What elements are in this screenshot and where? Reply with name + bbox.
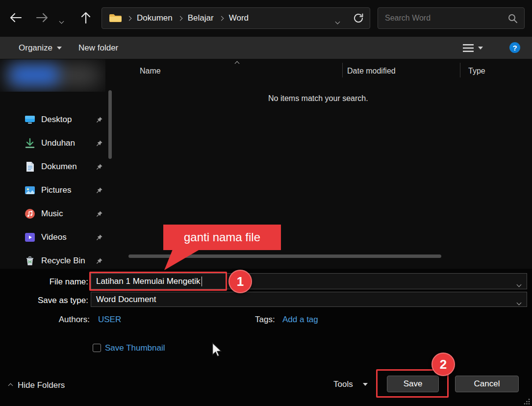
search-box <box>378 7 525 29</box>
breadcrumb-segment-word[interactable]: Word <box>227 13 251 23</box>
column-header-type[interactable]: Type <box>468 67 485 76</box>
arrow-left-icon <box>9 12 23 24</box>
file-name-label: File name: <box>28 277 88 287</box>
authors-label: Authors: <box>28 315 90 325</box>
empty-folder-message: No items match your search. <box>268 94 368 103</box>
sidebar-item-pictures[interactable]: Pictures <box>25 178 103 202</box>
download-icon <box>25 138 35 149</box>
organize-button[interactable]: Organize <box>19 37 62 59</box>
sidebar-item-dokumen[interactable]: Dokumen <box>25 155 103 178</box>
breadcrumb-separator-icon <box>219 16 224 21</box>
file-name-dropdown-button[interactable] <box>517 279 521 289</box>
help-icon: ? <box>512 44 517 52</box>
sidebar-item-label: Music <box>41 209 96 219</box>
sidebar-item-desktop[interactable]: Desktop <box>25 108 103 131</box>
hide-folders-label: Hide Folders <box>18 381 65 390</box>
save-type-dropdown-button[interactable] <box>517 297 521 307</box>
tags-label: Tags: <box>255 315 275 325</box>
save-thumbnail-label[interactable]: Save Thumbnail <box>105 343 165 353</box>
save-type-label: Save as type: <box>10 296 88 305</box>
breadcrumb-segment-belajar[interactable]: Belajar <box>186 13 216 23</box>
caret-down-icon <box>57 47 62 50</box>
help-button[interactable]: ? <box>509 42 520 53</box>
navigation-bar: Dokumen Belajar Word <box>0 0 532 37</box>
tools-button[interactable]: Tools <box>333 380 368 389</box>
music-icon <box>25 208 35 219</box>
search-icon <box>508 14 524 23</box>
caret-down-icon <box>478 47 483 50</box>
sidebar-item-unduhan[interactable]: Unduhan <box>25 131 103 155</box>
pin-icon <box>96 187 103 194</box>
new-folder-label: New folder <box>78 43 118 53</box>
pin-icon <box>96 257 103 265</box>
cancel-button[interactable]: Cancel <box>455 376 519 392</box>
breadcrumb-segment-dokumen[interactable]: Dokumen <box>135 13 175 23</box>
callout-pointer <box>159 250 203 272</box>
change-view-button[interactable] <box>463 37 483 59</box>
refresh-button[interactable] <box>353 13 364 26</box>
sidebar-item-label: Unduhan <box>41 138 96 148</box>
sidebar-item-label: Pictures <box>41 185 96 195</box>
chevron-down-icon <box>335 20 340 25</box>
caret-down-icon <box>363 383 368 386</box>
arrow-right-icon <box>35 12 49 24</box>
step-1-badge: 1 <box>228 270 252 293</box>
column-divider[interactable] <box>460 63 460 77</box>
tools-label: Tools <box>333 380 353 389</box>
breadcrumb-separator-icon <box>177 16 182 21</box>
file-name-highlight-box <box>89 272 227 291</box>
arrow-up-icon <box>80 11 92 25</box>
mouse-cursor <box>211 342 223 358</box>
pictures-icon <box>25 185 35 196</box>
details-view-icon <box>463 44 474 52</box>
authors-value[interactable]: USER <box>98 315 121 325</box>
videos-icon <box>25 232 35 243</box>
recent-locations-button[interactable] <box>60 16 63 25</box>
step-2-badge: 2 <box>431 353 455 376</box>
address-bar[interactable]: Dokumen Belajar Word <box>101 7 370 29</box>
folder-icon <box>109 13 122 23</box>
sort-ascending-icon <box>235 61 240 66</box>
recycle-bin-icon <box>25 255 35 266</box>
sidebar-item-label: Recycle Bin <box>41 256 96 266</box>
sidebar-vertical-scrollbar[interactable] <box>108 90 112 159</box>
save-dialog-form: File name: Latihan 1 Memulai Mengetik Sa… <box>0 269 532 406</box>
tags-value[interactable]: Add a tag <box>282 315 318 325</box>
organize-label: Organize <box>19 43 52 53</box>
desktop-icon <box>25 114 35 125</box>
hide-folders-button[interactable]: Hide Folders <box>9 381 65 390</box>
chevron-down-icon <box>59 19 64 24</box>
sidebar-item-label: Desktop <box>41 115 96 125</box>
column-divider[interactable] <box>342 63 343 77</box>
callout-ganti-nama-file: ganti nama file <box>163 225 281 250</box>
sidebar-item-label: Dokumen <box>41 162 96 172</box>
sidebar-item-music[interactable]: Music <box>25 202 103 226</box>
command-bar: Organize New folder ? <box>0 37 532 59</box>
pin-icon <box>96 140 103 147</box>
save-thumbnail-checkbox[interactable] <box>93 344 101 352</box>
up-button[interactable] <box>80 11 95 25</box>
sidebar-item-label: Videos <box>41 232 96 242</box>
chevron-up-icon <box>8 383 13 388</box>
pin-icon <box>96 210 103 218</box>
search-input[interactable] <box>378 14 508 23</box>
refresh-icon <box>353 13 364 24</box>
column-header-date-modified[interactable]: Date modified <box>347 67 396 76</box>
breadcrumb-separator-icon <box>127 16 132 21</box>
chevron-down-icon <box>517 282 522 287</box>
forward-button[interactable] <box>35 12 52 25</box>
save-type-combobox[interactable]: Word Document <box>91 292 527 307</box>
pin-icon <box>96 234 103 241</box>
pin-icon <box>96 163 103 171</box>
address-dropdown-button[interactable] <box>336 16 339 26</box>
pin-icon <box>96 116 103 124</box>
save-type-value: Word Document <box>91 295 156 304</box>
column-header-name[interactable]: Name <box>140 67 161 76</box>
document-icon <box>25 161 35 172</box>
new-folder-button[interactable]: New folder <box>78 37 118 59</box>
sidebar-item-videos[interactable]: Videos <box>25 226 103 249</box>
chevron-down-icon <box>517 301 522 305</box>
back-button[interactable] <box>9 12 25 25</box>
sidebar-blurred-item <box>0 59 105 92</box>
resize-grip[interactable] <box>523 398 531 405</box>
